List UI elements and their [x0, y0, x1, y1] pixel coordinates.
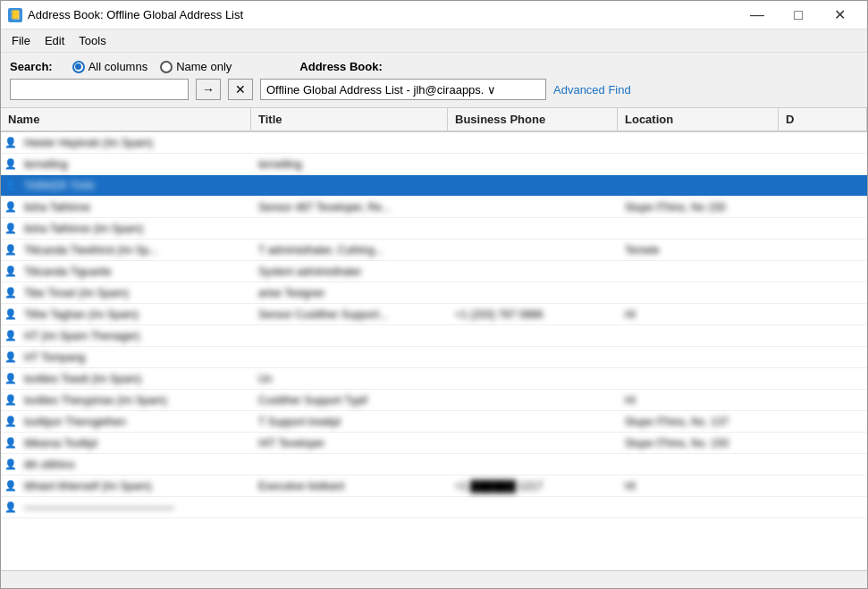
row-icon: 👤: [1, 391, 17, 408]
cell-title: arise Tesigner: [251, 284, 448, 302]
cell-title: Executive tistikant: [251, 477, 448, 495]
toolbar: Search: All columns Name only Address Bo…: [1, 53, 867, 108]
row-icon: 👤: [1, 241, 17, 258]
cell-location: HI: [618, 477, 779, 495]
column-header-d: D: [779, 108, 867, 130]
table-row[interactable]: 👤TARKER TIAN: [1, 175, 867, 197]
table-row[interactable]: 👤tisha TathinneSensor 487 Teveloper, Re.…: [1, 197, 867, 218]
cell-title: T Support treatipl: [251, 413, 448, 431]
cell-location: [618, 183, 779, 189]
cell-title: HIT Teveloper: [251, 434, 448, 452]
toolbar-input-row: → ✕ Offline Global Address List - jlh@ci…: [10, 79, 858, 100]
table-header: Name Title Business Phone Location D: [1, 108, 867, 132]
address-book-dropdown-value: Offline Global Address List - jlh@ciraap…: [266, 83, 540, 97]
address-book-dropdown[interactable]: Offline Global Address List - jlh@ciraap…: [260, 79, 546, 100]
cell-d: [779, 484, 867, 489]
cell-phone: +1 ██████ 1217: [448, 477, 618, 495]
main-window: 📒 Address Book: Offline Global Address L…: [0, 0, 868, 589]
radio-name-only-circle: [160, 61, 173, 73]
close-button[interactable]: ✕: [819, 1, 860, 29]
row-icon: 👤: [1, 499, 17, 516]
table-row[interactable]: 👤ternellingternelling: [1, 154, 867, 175]
row-icon: 👤: [1, 306, 17, 323]
row-icon: 👤: [1, 156, 17, 172]
cell-location: [618, 290, 779, 296]
cell-name: Titicanda Tiguarite: [17, 263, 251, 281]
table-row[interactable]: 👤tooltipor TherogethenT Support treatipl…: [1, 411, 867, 433]
row-icon: 👤: [1, 477, 17, 494]
row-icon: 👤: [1, 434, 17, 451]
table-row[interactable]: 👤——————————————: [1, 497, 867, 518]
cell-location: Stupe tThins, No 150: [618, 198, 779, 216]
cell-title: [251, 333, 448, 339]
cell-d: [779, 226, 867, 231]
cell-name: ——————————————: [17, 499, 251, 517]
cell-d: [779, 462, 867, 467]
cell-title: [251, 505, 448, 510]
cell-name: Tithe Taghan (Im Spam): [17, 306, 251, 324]
cell-title: [251, 462, 448, 467]
table-row[interactable]: 👤iith olithino: [1, 454, 867, 475]
cell-name: Heeler Hepinski (Im Spam): [17, 134, 251, 152]
cell-title: [251, 183, 448, 189]
cell-phone: [448, 248, 618, 253]
search-input[interactable]: [10, 79, 189, 100]
table-row[interactable]: 👤Titicanda TiguariteSystem administhater: [1, 261, 867, 282]
radio-name-only[interactable]: Name only: [160, 60, 232, 73]
cell-name: HT (Im Spam Thenager): [17, 327, 251, 345]
cell-location: [618, 505, 779, 510]
cell-d: [779, 312, 867, 317]
cell-location: [618, 226, 779, 231]
cell-name: HT Tompang: [17, 349, 251, 366]
cell-d: [779, 355, 867, 360]
table-row[interactable]: 👤Tithe Taghan (Im Spam)Sensor Custither …: [1, 304, 867, 325]
cell-phone: [448, 376, 618, 382]
cell-name: toolties Therypinas (Im Spam): [17, 391, 251, 409]
radio-all-columns[interactable]: All columns: [72, 60, 147, 73]
table-row[interactable]: 👤titikarsa TooltiplHIT TeveloperStupe tT…: [1, 433, 867, 454]
search-go-button[interactable]: →: [196, 79, 221, 100]
table-row[interactable]: 👤Tibe Tinsel (Im Spam)arise Tesigner: [1, 282, 867, 304]
cell-name: Tibe Tinsel (Im Spam): [17, 284, 251, 302]
cell-location: [618, 462, 779, 467]
contact-table: Name Title Business Phone Location D 👤He…: [1, 108, 867, 570]
table-row[interactable]: 👤Heeler Hepinski (Im Spam): [1, 132, 867, 154]
row-icon: 👤: [1, 456, 17, 473]
column-header-title: Title: [251, 108, 448, 130]
cell-name: tisha Tathinne (Im Spam): [17, 220, 251, 238]
maximize-button[interactable]: □: [778, 1, 819, 29]
cell-name: tisha Tathinne: [17, 198, 251, 216]
cell-location: [618, 333, 779, 339]
cell-title: Custither Support Typif: [251, 391, 448, 409]
cell-title: Sensor 487 Teveloper, Re...: [251, 198, 448, 216]
table-row[interactable]: 👤toolties Towdi (Im Spam)Un: [1, 368, 867, 390]
table-body: 👤Heeler Hepinski (Im Spam)👤ternellingter…: [1, 132, 867, 570]
status-bar: [1, 570, 867, 588]
advanced-find-link[interactable]: Advanced Find: [553, 83, 631, 97]
search-clear-button[interactable]: ✕: [228, 79, 253, 100]
window-title: Address Book: Offline Global Address Lis…: [28, 8, 737, 21]
cell-location: Temele: [618, 241, 779, 259]
menu-tools[interactable]: Tools: [72, 31, 113, 50]
cell-d: [779, 162, 867, 167]
table-row[interactable]: 👤tisha Tathinne (Im Spam): [1, 218, 867, 240]
row-icon: 👤: [1, 327, 17, 344]
cell-phone: [448, 269, 618, 274]
cell-d: [779, 205, 867, 210]
cell-phone: [448, 162, 618, 167]
minimize-button[interactable]: —: [737, 1, 778, 29]
cell-d: [779, 140, 867, 146]
table-row[interactable]: 👤Titicanda Tleethirst (Im Sp...T adminis…: [1, 240, 867, 261]
menu-file[interactable]: File: [4, 31, 38, 50]
row-icon: 👤: [1, 413, 17, 430]
cell-location: HI: [618, 306, 779, 324]
cell-d: [779, 290, 867, 296]
table-row[interactable]: 👤HT (Im Spam Thenager): [1, 325, 867, 347]
table-row[interactable]: 👤HT Tompang: [1, 347, 867, 368]
cell-location: HI: [618, 391, 779, 409]
table-row[interactable]: 👤tithianl tthierself (Im Spam)Executive …: [1, 475, 867, 497]
cell-title: T administhater, Cuthing...: [251, 241, 448, 259]
table-row[interactable]: 👤toolties Therypinas (Im Spam)Custither …: [1, 390, 867, 411]
menu-edit[interactable]: Edit: [38, 31, 72, 50]
radio-all-columns-circle: [72, 61, 85, 73]
